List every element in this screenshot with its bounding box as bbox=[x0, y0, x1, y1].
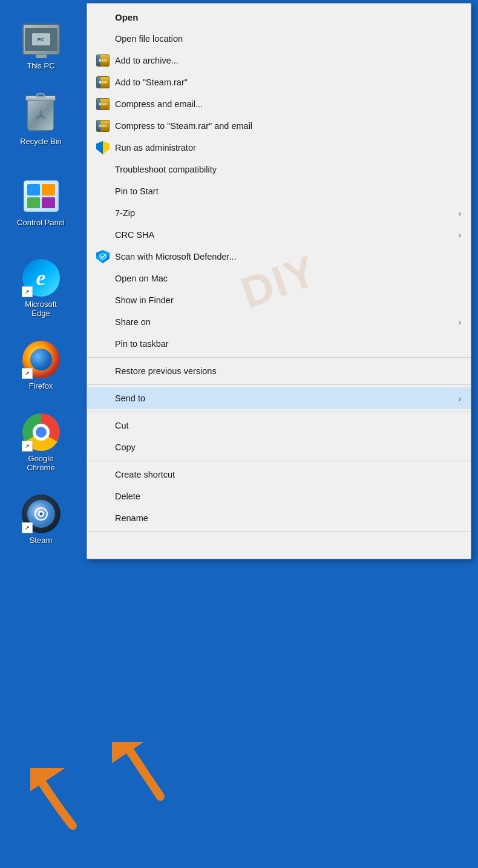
share-on-icon bbox=[94, 315, 111, 329]
shield-uac-icon bbox=[94, 141, 111, 154]
open-file-location-label: Open file location bbox=[115, 34, 461, 44]
context-menu-item-scan-defender[interactable]: Scan with Microsoft Defender... bbox=[87, 246, 471, 268]
open-mac-icon bbox=[94, 272, 111, 285]
context-menu-item-delete[interactable]: Delete bbox=[87, 485, 471, 507]
restore-previous-icon bbox=[94, 364, 111, 378]
7zip-chevron: › bbox=[459, 209, 461, 218]
desktop-icon-firefox[interactable]: ↗ Firefox bbox=[5, 335, 77, 396]
show-finder-icon bbox=[94, 294, 111, 307]
context-menu-item-open-file-location[interactable]: Open file location bbox=[87, 28, 471, 50]
context-menu-item-pin-start[interactable]: Pin to Start bbox=[87, 180, 471, 202]
google-chrome-icon-img: ↗ bbox=[22, 413, 61, 452]
context-menu: DIY Open Open file location RAR Add to a… bbox=[87, 3, 471, 559]
crc-sha-icon bbox=[94, 228, 111, 242]
context-menu-item-cut[interactable]: Cut bbox=[87, 415, 471, 436]
send-to-icon bbox=[94, 392, 111, 405]
context-menu-item-troubleshoot[interactable]: Troubleshoot compatibility bbox=[87, 159, 471, 180]
compress-email-label: Compress and email... bbox=[115, 99, 461, 109]
crc-sha-label: CRC SHA bbox=[115, 230, 459, 240]
add-to-archive-label: Add to archive... bbox=[115, 56, 461, 65]
desktop: PC This PC bbox=[0, 0, 478, 868]
context-menu-item-add-to-archive[interactable]: RAR Add to archive... bbox=[87, 50, 471, 71]
send-to-label: Send to bbox=[115, 393, 459, 403]
open-icon bbox=[94, 10, 111, 24]
create-shortcut-icon bbox=[94, 468, 111, 481]
context-menu-item-add-to-steam-rar[interactable]: RAR Add to "Steam.rar" bbox=[87, 71, 471, 93]
rar-icon-compress-steam-email: RAR bbox=[94, 119, 111, 133]
desktop-icon-recycle-bin[interactable]: Recycle Bin bbox=[5, 91, 77, 151]
shortcut-overlay-chrome: ↗ bbox=[22, 441, 33, 452]
context-menu-item-share-on[interactable]: Share on › bbox=[87, 311, 471, 333]
rename-icon bbox=[94, 511, 111, 525]
rar-icon-compress-email: RAR bbox=[94, 97, 111, 111]
crc-sha-chevron: › bbox=[459, 231, 461, 240]
context-menu-item-rename[interactable]: Rename bbox=[87, 507, 471, 529]
context-menu-item-crc-sha[interactable]: CRC SHA › bbox=[87, 224, 471, 246]
separator-3 bbox=[87, 412, 471, 412]
desktop-icon-microsoft-edge[interactable]: e ↗ MicrosoftEdge bbox=[5, 254, 77, 323]
shortcut-overlay-steam: ↗ bbox=[22, 522, 33, 533]
desktop-icon-this-pc[interactable]: PC This PC bbox=[5, 15, 77, 76]
orange-arrow-1 bbox=[112, 742, 185, 803]
desktop-icon-steam[interactable]: ↗ Steam bbox=[5, 490, 77, 550]
context-menu-item-open-mac[interactable]: Open on Mac bbox=[87, 268, 471, 289]
pin-taskbar-icon bbox=[94, 337, 111, 350]
scan-defender-label: Scan with Microsoft Defender... bbox=[115, 252, 461, 261]
run-as-admin-label: Run as administrator bbox=[115, 143, 461, 153]
context-menu-item-7zip[interactable]: 7-Zip › bbox=[87, 202, 471, 224]
context-menu-item-compress-email[interactable]: RAR Compress and email... bbox=[87, 93, 471, 115]
context-menu-item-show-finder[interactable]: Show in Finder bbox=[87, 289, 471, 311]
pin-start-label: Pin to Start bbox=[115, 186, 461, 196]
microsoft-edge-icon-img: e ↗ bbox=[22, 258, 61, 297]
open-file-location-icon bbox=[94, 32, 111, 45]
rar-icon-add-archive: RAR bbox=[94, 54, 111, 67]
context-menu-item-pin-taskbar[interactable]: Pin to taskbar bbox=[87, 333, 471, 355]
defender-icon bbox=[94, 250, 111, 263]
properties-icon bbox=[94, 539, 111, 552]
context-menu-item-copy[interactable]: Copy bbox=[87, 436, 471, 458]
delete-icon bbox=[94, 490, 111, 503]
compress-steam-rar-email-label: Compress to "Steam.rar" and email bbox=[115, 121, 461, 131]
desktop-icon-control-panel[interactable]: Control Panel bbox=[5, 172, 77, 232]
troubleshoot-label: Troubleshoot compatibility bbox=[115, 165, 461, 174]
pin-start-icon bbox=[94, 185, 111, 198]
create-shortcut-label: Create shortcut bbox=[115, 470, 461, 479]
rar-icon-steam-rar: RAR bbox=[94, 76, 111, 89]
context-menu-item-create-shortcut[interactable]: Create shortcut bbox=[87, 464, 471, 485]
context-menu-item-properties[interactable] bbox=[87, 534, 471, 556]
shortcut-overlay-firefox: ↗ bbox=[22, 368, 33, 379]
context-menu-item-restore-previous[interactable]: Restore previous versions bbox=[87, 360, 471, 382]
desktop-icons-column: PC This PC bbox=[0, 0, 82, 868]
shortcut-overlay-edge: ↗ bbox=[22, 286, 33, 297]
show-finder-label: Show in Finder bbox=[115, 295, 461, 305]
firefox-icon-img: ↗ bbox=[22, 340, 61, 379]
microsoft-edge-label: MicrosoftEdge bbox=[25, 300, 57, 318]
restore-previous-label: Restore previous versions bbox=[115, 366, 461, 376]
cut-icon bbox=[94, 419, 111, 432]
send-to-chevron: › bbox=[459, 394, 461, 403]
share-on-chevron: › bbox=[459, 318, 461, 327]
separator-5 bbox=[87, 531, 471, 532]
desktop-icon-google-chrome[interactable]: ↗ GoogleChrome bbox=[5, 408, 77, 478]
orange-arrow-2 bbox=[30, 768, 97, 835]
open-label: Open bbox=[115, 12, 461, 22]
7zip-icon bbox=[94, 206, 111, 220]
rename-label: Rename bbox=[115, 513, 461, 523]
separator-2 bbox=[87, 384, 471, 385]
context-menu-item-open[interactable]: Open bbox=[87, 6, 471, 28]
delete-label: Delete bbox=[115, 492, 461, 501]
7zip-label: 7-Zip bbox=[115, 208, 459, 218]
context-menu-item-compress-steam-rar-email[interactable]: RAR Compress to "Steam.rar" and email bbox=[87, 115, 471, 137]
steam-label: Steam bbox=[30, 536, 53, 545]
context-menu-item-run-as-admin[interactable]: Run as administrator bbox=[87, 137, 471, 159]
open-mac-label: Open on Mac bbox=[115, 274, 461, 283]
troubleshoot-icon bbox=[94, 163, 111, 176]
add-to-steam-rar-label: Add to "Steam.rar" bbox=[115, 77, 461, 87]
google-chrome-label: GoogleChrome bbox=[27, 454, 54, 473]
share-on-label: Share on bbox=[115, 317, 459, 327]
context-menu-item-send-to[interactable]: Send to › bbox=[87, 387, 471, 409]
control-panel-label: Control Panel bbox=[17, 218, 65, 228]
this-pc-label: This PC bbox=[27, 61, 54, 71]
control-panel-icon-img bbox=[22, 177, 61, 215]
copy-label: Copy bbox=[115, 442, 461, 452]
